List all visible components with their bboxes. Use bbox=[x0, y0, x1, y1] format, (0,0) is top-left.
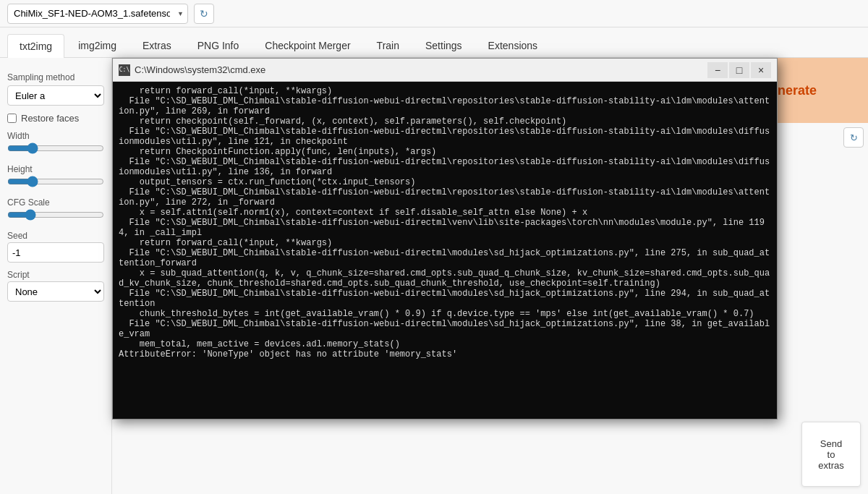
restore-faces-row: Restore faces bbox=[7, 113, 104, 124]
tab-bar: txt2img img2img Extras PNG Info Checkpoi… bbox=[0, 27, 868, 58]
cmd-titlebar: C:\ C:\Windows\system32\cmd.exe − □ × bbox=[113, 59, 777, 82]
height-label: Height bbox=[7, 164, 104, 174]
cmd-icon: C:\ bbox=[119, 64, 130, 76]
main-content: Sampling method Euler a Restore faces Wi… bbox=[0, 58, 868, 494]
top-bar: ↻ bbox=[0, 0, 868, 27]
tab-train[interactable]: Train bbox=[365, 33, 412, 57]
tab-img2img[interactable]: img2img bbox=[66, 33, 129, 57]
restore-faces-label: Restore faces bbox=[21, 113, 79, 124]
model-selector[interactable] bbox=[7, 4, 188, 24]
send-extras-button[interactable]: Send to extras bbox=[801, 422, 861, 487]
tab-extensions[interactable]: Extensions bbox=[476, 33, 550, 57]
left-panel: Sampling method Euler a Restore faces Wi… bbox=[0, 58, 112, 494]
cmd-controls: − □ × bbox=[707, 62, 771, 78]
cmd-body[interactable]: return forward_call(*input, **kwargs) Fi… bbox=[113, 82, 777, 419]
sampling-method-label: Sampling method bbox=[7, 72, 104, 82]
seed-label: Seed bbox=[7, 231, 104, 241]
cmd-maximize-button[interactable]: □ bbox=[729, 62, 749, 78]
tab-txt2img[interactable]: txt2img bbox=[7, 34, 64, 58]
cmd-minimize-button[interactable]: − bbox=[707, 62, 728, 78]
tab-png-info[interactable]: PNG Info bbox=[185, 33, 252, 57]
cmd-close-button[interactable]: × bbox=[751, 62, 771, 78]
sampling-method-select[interactable]: Euler a bbox=[7, 85, 104, 106]
tab-extras[interactable]: Extras bbox=[130, 33, 184, 57]
width-slider[interactable] bbox=[7, 142, 104, 154]
restore-faces-checkbox[interactable] bbox=[7, 114, 17, 123]
cfg-scale-slider[interactable] bbox=[7, 209, 104, 221]
model-input[interactable] bbox=[7, 4, 188, 24]
height-slider[interactable] bbox=[7, 176, 104, 187]
width-label: Width bbox=[7, 131, 104, 141]
refresh-right-button[interactable]: ↻ bbox=[843, 127, 864, 148]
tab-checkpoint-merger[interactable]: Checkpoint Merger bbox=[252, 33, 362, 57]
cmd-title: C:\Windows\system32\cmd.exe bbox=[135, 64, 703, 75]
seed-input[interactable] bbox=[7, 242, 104, 263]
cmd-window: C:\ C:\Windows\system32\cmd.exe − □ × re… bbox=[112, 58, 778, 420]
script-label: Script bbox=[7, 270, 104, 280]
tab-settings[interactable]: Settings bbox=[413, 33, 475, 57]
script-select[interactable]: None bbox=[7, 281, 104, 302]
refresh-model-button[interactable]: ↻ bbox=[194, 4, 214, 24]
cfg-scale-label: CFG Scale bbox=[7, 197, 104, 208]
